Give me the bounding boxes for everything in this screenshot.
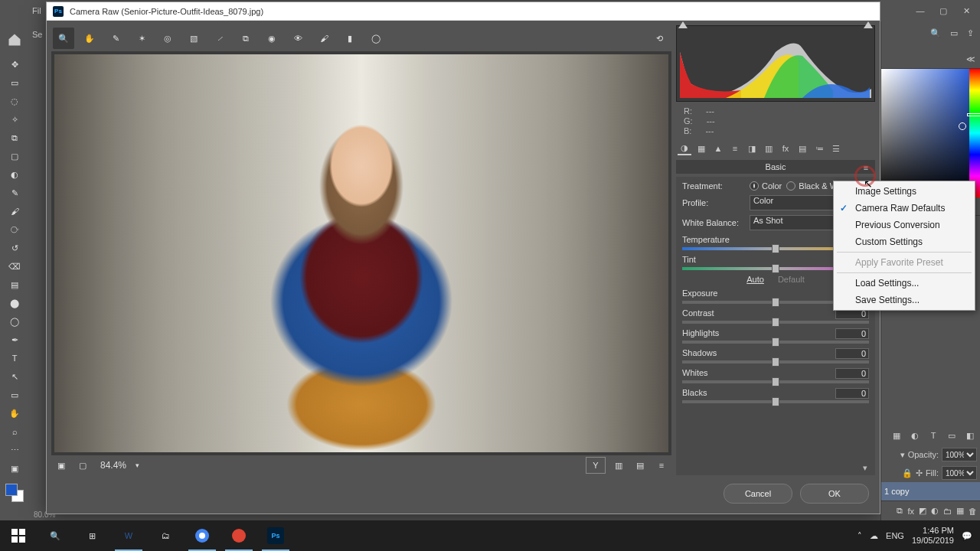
treatment-color-radio[interactable]: Color <box>750 181 782 191</box>
vector-icon[interactable]: ▭ <box>945 429 959 442</box>
pen-tool-icon[interactable]: ✒ <box>5 331 24 349</box>
opacity-select[interactable]: 100% <box>942 448 977 461</box>
frame-tool-icon[interactable]: ▢ <box>5 147 24 165</box>
spot-removal-tool-icon[interactable]: ◉ <box>261 28 283 49</box>
home-icon[interactable] <box>2 28 27 52</box>
recorder-taskbar-icon[interactable] <box>220 520 257 551</box>
fill-select[interactable]: 100% <box>942 466 977 480</box>
minimize-icon[interactable]: — <box>914 5 926 17</box>
more-tools-icon[interactable]: ⋯ <box>5 441 24 459</box>
mask-icon[interactable]: ◐ <box>908 429 922 442</box>
zoom-fit-icon[interactable]: ▣ <box>53 457 70 474</box>
eraser-tool-icon[interactable]: ⌫ <box>5 257 24 276</box>
gradient-tool-icon[interactable]: ▤ <box>5 276 24 294</box>
close-icon[interactable]: ✕ <box>960 5 972 17</box>
compare-mode-1-icon[interactable]: ▥ <box>610 457 627 474</box>
file-explorer-taskbar-icon[interactable]: 🗂 <box>147 520 184 551</box>
zoom-100-icon[interactable]: ▢ <box>74 457 91 474</box>
notifications-icon[interactable]: 💬 <box>962 531 972 541</box>
tab-tone-curve-icon[interactable]: ▦ <box>694 142 708 155</box>
marquee-tool-icon[interactable]: ▭ <box>5 73 24 92</box>
contrast-input[interactable] <box>682 321 869 324</box>
tray-chevron-icon[interactable]: ˄ <box>858 531 862 541</box>
lock-all-icon[interactable]: 🔒 <box>902 468 913 478</box>
hand-tool-icon[interactable]: ✋ <box>79 28 100 49</box>
targeted-adjustment-tool-icon[interactable]: ◎ <box>157 28 178 49</box>
compare-menu-icon[interactable]: ≡ <box>653 457 670 474</box>
tab-detail-icon[interactable]: ▲ <box>711 142 725 155</box>
tab-calibration-icon[interactable]: ▤ <box>795 142 809 155</box>
share-icon[interactable]: ⇪ <box>967 28 974 38</box>
shadows-input[interactable] <box>682 360 869 364</box>
tab-hsl-icon[interactable]: ≡ <box>728 142 742 155</box>
foreground-background-swatch[interactable] <box>5 484 24 502</box>
task-view-icon[interactable]: ⊞ <box>74 520 110 551</box>
ok-button[interactable]: OK <box>800 484 869 504</box>
fx-icon[interactable]: ▦ <box>890 429 903 442</box>
group-icon[interactable]: 🗀 <box>943 507 952 516</box>
highlight-clip-warning-icon[interactable] <box>864 21 873 28</box>
link-layers-icon[interactable]: ⧉ <box>897 506 903 516</box>
compare-mode-2-icon[interactable]: ▤ <box>632 457 648 474</box>
maximize-icon[interactable]: ▢ <box>937 5 949 17</box>
text-icon[interactable]: T <box>926 429 940 442</box>
search-taskbar-icon[interactable]: 🔍 <box>37 520 74 551</box>
overlay-icon[interactable]: ◧ <box>963 429 977 442</box>
image-preview[interactable] <box>54 54 668 452</box>
crop-tool-icon[interactable]: ▧ <box>183 28 204 49</box>
adjustment-layer-icon[interactable]: ◐ <box>931 506 939 516</box>
trash-icon[interactable]: 🗑 <box>969 507 977 516</box>
treatment-bw-radio[interactable]: Black & W <box>786 181 838 191</box>
before-after-toggle[interactable]: Y <box>586 457 606 474</box>
search-icon[interactable]: 🔍 <box>930 28 941 38</box>
blur-tool-icon[interactable]: ⬤ <box>5 294 24 312</box>
path-select-tool-icon[interactable]: ↖ <box>5 367 24 386</box>
whites-input[interactable] <box>682 380 869 383</box>
tray-input-lang[interactable]: ENG <box>886 531 904 540</box>
scroll-down-icon[interactable]: ▾ <box>863 463 874 474</box>
hand-tool-icon[interactable]: ✋ <box>5 404 24 422</box>
auto-link[interactable]: Auto <box>746 275 764 284</box>
menu-save-settings[interactable]: Save Settings... <box>834 292 975 308</box>
menu-image-settings[interactable]: Image Settings <box>834 183 975 200</box>
highlights-input[interactable] <box>682 341 869 344</box>
blacks-input[interactable] <box>682 400 869 403</box>
red-eye-tool-icon[interactable]: 👁 <box>287 28 309 49</box>
start-button[interactable] <box>0 520 37 551</box>
dodge-tool-icon[interactable]: ◯ <box>5 312 24 331</box>
layer-mask-icon[interactable]: ◩ <box>919 506 926 516</box>
shape-tool-icon[interactable]: ▭ <box>5 386 24 404</box>
menu-camera-raw-defaults[interactable]: Camera Raw Defaults <box>834 200 975 217</box>
white-balance-tool-icon[interactable]: ✎ <box>105 28 126 49</box>
chrome-taskbar-icon[interactable] <box>184 520 220 551</box>
zoom-tool-icon[interactable]: 🔍 <box>53 28 74 49</box>
graduated-filter-tool-icon[interactable]: ▮ <box>339 28 361 49</box>
blend-mode-dropdown-icon[interactable]: ▾ <box>900 450 905 460</box>
tab-lens-corrections-icon[interactable]: ▥ <box>762 142 776 155</box>
color-sampler-tool-icon[interactable]: ✶ <box>131 28 152 49</box>
tab-snapshots-icon[interactable]: ☰ <box>829 142 843 155</box>
hue-strip[interactable] <box>969 69 980 197</box>
color-picker[interactable] <box>881 69 980 197</box>
tab-basic-icon[interactable]: ◑ <box>678 142 691 155</box>
adjustment-brush-tool-icon[interactable]: 🖌 <box>313 28 335 49</box>
tab-presets-icon[interactable]: ≔ <box>812 142 826 155</box>
transform-tool-icon[interactable]: ⧉ <box>235 28 256 49</box>
menu-custom-settings[interactable]: Custom Settings <box>834 233 975 250</box>
panel-menu-icon[interactable]: ≡ <box>860 161 872 174</box>
shadow-clip-warning-icon[interactable] <box>678 21 688 28</box>
tray-onedrive-icon[interactable]: ☁ <box>870 531 878 541</box>
brush-tool-icon[interactable]: 🖌 <box>5 202 24 220</box>
radial-filter-tool-icon[interactable]: ◯ <box>365 28 387 49</box>
lock-position-icon[interactable]: ✢ <box>916 468 923 478</box>
zoom-tool-icon[interactable]: ⌕ <box>5 422 24 441</box>
type-tool-icon[interactable]: T <box>5 349 24 367</box>
word-taskbar-icon[interactable]: W <box>110 520 147 551</box>
straighten-tool-icon[interactable]: ⟋ <box>209 28 230 49</box>
photoshop-taskbar-icon[interactable]: Ps <box>257 520 294 551</box>
move-tool-icon[interactable]: ✥ <box>5 55 24 73</box>
rotate-left-icon[interactable]: ⟲ <box>648 28 670 49</box>
quick-mask-icon[interactable]: ▣ <box>5 459 24 478</box>
magic-wand-tool-icon[interactable]: ✧ <box>5 110 24 129</box>
layer-item[interactable]: 1 copy <box>881 482 980 500</box>
